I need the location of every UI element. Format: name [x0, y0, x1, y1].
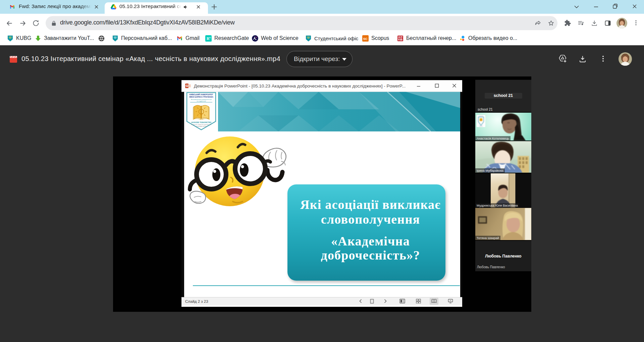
svg-text:G: G: [209, 36, 211, 38]
svg-text:та студентські: та студентські: [197, 100, 206, 102]
svg-text:студентів, аспірантів, доктора: студентів, аспірантів, докторантів: [191, 124, 211, 125]
svg-text:та молодих вчених: та молодих вчених: [196, 126, 207, 127]
svg-text:НАУКОВЕ ТОВАРИСТВО: НАУКОВЕ ТОВАРИСТВО: [191, 121, 211, 123]
svg-text:SC: SC: [363, 37, 367, 40]
svg-text:КИЇВСЬКИЙ УНІВЕРСИТЕТ: КИЇВСЬКИЙ УНІВЕРСИТЕТ: [190, 93, 213, 96]
svg-text:ІМЕНІ БОРИСА ГРІНЧЕНКА: ІМЕНІ БОРИСА ГРІНЧЕНКА: [189, 96, 213, 98]
